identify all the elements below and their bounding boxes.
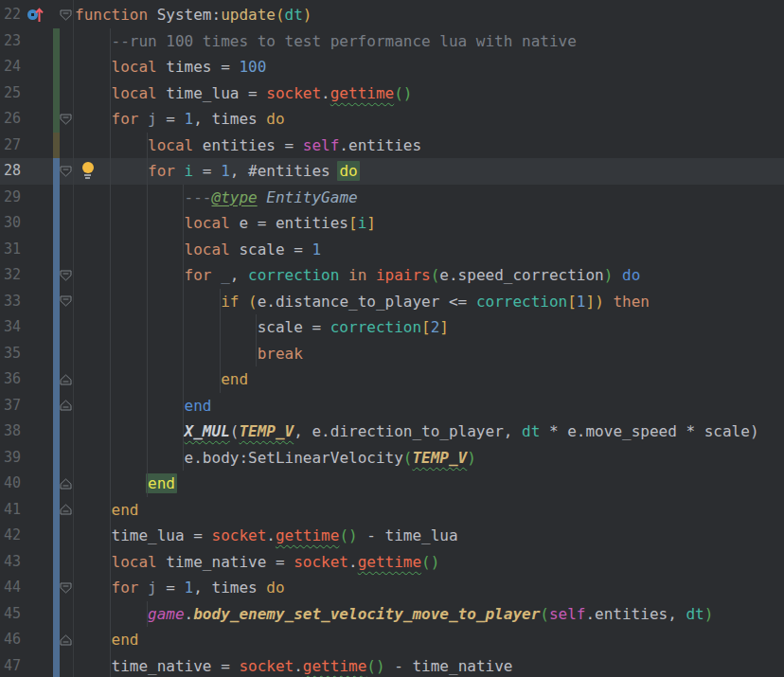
code-line[interactable]: 23 --run 100 times to test performance l… [0,28,784,55]
line-number[interactable]: 47 [0,653,21,677]
code-text[interactable]: end [72,471,175,497]
code-line[interactable]: 25 local time_lua = socket.gettime() [0,80,784,107]
code-text[interactable]: local e = entities[i] [72,210,376,237]
fold-start-marker-icon[interactable] [60,289,72,315]
code-text[interactable]: for j = 1, times do [72,106,285,133]
gutter-icon-slot [21,575,53,601]
code-text[interactable]: e.body:SetLinearVelocity(TEMP_V) [72,445,476,472]
code-editor[interactable]: 22function System:update(dt)23 --run 100… [0,0,784,677]
fold-end-marker-icon[interactable] [60,627,72,653]
fold-start-marker-icon[interactable] [60,575,72,601]
code-text[interactable]: local entities = self.entities [72,133,421,159]
code-text[interactable]: end [72,627,138,653]
code-line[interactable]: 43 local time_native = socket.gettime() [0,549,784,576]
line-number[interactable]: 35 [0,341,21,367]
code-line[interactable]: 22function System:update(dt) [0,2,784,28]
code-line[interactable]: 27 local entities = self.entities [0,133,784,159]
code-line[interactable]: 42 time_lua = socket.gettime() - time_lu… [0,523,784,549]
code-token: i [358,214,367,232]
line-number[interactable]: 44 [0,575,21,601]
code-line[interactable]: 41 end [0,497,784,524]
line-number[interactable]: 30 [0,210,21,237]
line-number[interactable]: 31 [0,237,21,263]
line-number[interactable]: 45 [0,601,21,628]
line-number[interactable]: 32 [0,262,21,289]
code-token: . [321,84,330,102]
code-line[interactable]: 39 e.body:SetLinearVelocity(TEMP_V) [0,445,784,472]
code-text[interactable]: local scale = 1 [72,237,321,263]
code-line[interactable]: 26 for j = 1, times do [0,106,784,133]
code-text[interactable]: end [72,393,212,419]
fold-end-marker-icon[interactable] [60,497,72,524]
line-number[interactable]: 34 [0,314,21,341]
fold-end-marker-icon[interactable] [60,393,72,419]
code-text[interactable]: ---@type EntityGame [72,185,358,211]
code-text[interactable]: for i = 1, #entities do [72,158,358,185]
code-text[interactable]: if (e.distance_to_player <= correction[1… [72,289,650,315]
line-number[interactable]: 33 [0,289,21,315]
line-number[interactable]: 27 [0,133,21,159]
fold-start-marker-icon[interactable] [60,2,72,28]
code-line[interactable]: 45 game.body_enemy_set_velocity_move_to_… [0,601,784,628]
fold-start-marker-icon[interactable] [60,262,72,289]
fold-start-marker-icon[interactable] [60,106,72,133]
code-text[interactable]: break [72,341,303,367]
fold-end-marker-icon[interactable] [60,366,72,393]
line-number[interactable]: 28 [0,158,21,185]
override-method-icon[interactable] [27,7,44,23]
code-text[interactable]: time_lua = socket.gettime() - time_lua [72,523,458,549]
fold-end-marker-icon[interactable] [60,471,72,497]
line-number[interactable]: 46 [0,627,21,653]
vcs-change-bar [53,133,60,159]
code-text[interactable]: scale = correction[2] [72,314,449,341]
line-number[interactable]: 25 [0,80,21,107]
code-text[interactable]: --run 100 times to test performance lua … [72,28,577,55]
code-token: - [385,657,413,675]
code-text[interactable]: game.body_enemy_set_velocity_move_to_pla… [72,601,713,628]
code-line[interactable]: 38 X_MUL(TEMP_V, e.direction_to_player, … [0,419,784,445]
code-line[interactable]: 30 local e = entities[i] [0,210,784,237]
code-text[interactable]: end [72,497,138,524]
line-number[interactable]: 36 [0,366,21,393]
code-text[interactable]: local time_lua = socket.gettime() [72,80,412,107]
line-number[interactable]: 26 [0,106,21,133]
code-line[interactable]: 37 end [0,393,784,419]
code-text[interactable]: end [72,366,248,393]
code-line[interactable]: 47 time_native = socket.gettime() - time… [0,653,784,677]
line-number[interactable]: 23 [0,28,21,55]
code-editor-lines: 22function System:update(dt)23 --run 100… [0,0,784,677]
line-number[interactable]: 22 [0,2,21,28]
code-line[interactable]: 44 for j = 1, times do [0,575,784,601]
line-number[interactable]: 40 [0,471,21,497]
code-line[interactable]: 35 break [0,341,784,367]
fold-start-marker-icon[interactable] [60,158,72,185]
code-text[interactable]: for j = 1, times do [72,575,285,601]
code-line[interactable]: 32 for _, correction in ipairs(e.speed_c… [0,262,784,289]
line-number[interactable]: 41 [0,497,21,524]
code-line[interactable]: 31 local scale = 1 [0,237,784,263]
line-number[interactable]: 43 [0,549,21,576]
code-line-current[interactable]: 28 for i = 1, #entities do [0,158,784,185]
line-number[interactable]: 24 [0,54,21,80]
code-text[interactable]: X_MUL(TEMP_V, e.direction_to_player, dt … [72,419,759,445]
code-text[interactable]: time_native = socket.gettime() - time_na… [72,653,512,677]
code-text[interactable]: local time_native = socket.gettime() [72,549,439,576]
code-line[interactable]: 40 end [0,471,784,497]
code-line[interactable]: 34 scale = correction[2] [0,314,784,341]
code-line[interactable]: 46 end [0,627,784,653]
code-line[interactable]: 29 ---@type EntityGame [0,185,784,211]
code-text[interactable]: local times = 100 [72,54,266,80]
line-number[interactable]: 39 [0,445,21,472]
line-number[interactable]: 38 [0,419,21,445]
code-token: in [348,266,366,284]
code-line[interactable]: 33 if (e.distance_to_player <= correctio… [0,289,784,315]
code-token: ) [704,605,714,623]
code-line[interactable]: 24 local times = 100 [0,54,784,80]
intention-bulb-icon[interactable] [81,162,94,179]
code-text[interactable]: for _, correction in ipairs(e.speed_corr… [72,262,640,289]
code-text[interactable]: function System:update(dt) [72,2,312,28]
line-number[interactable]: 42 [0,523,21,549]
line-number[interactable]: 29 [0,185,21,211]
code-line[interactable]: 36 end [0,366,784,393]
line-number[interactable]: 37 [0,393,21,419]
